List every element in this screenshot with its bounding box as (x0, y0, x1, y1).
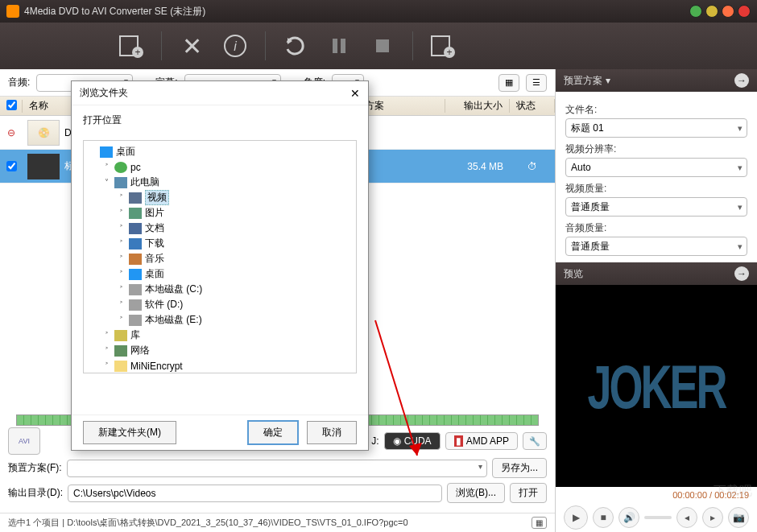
col-status[interactable]: 状态 (510, 99, 555, 113)
expand-icon[interactable]: ˃ (116, 193, 126, 202)
expand-icon[interactable]: ˃ (101, 163, 111, 171)
pause-button[interactable] (321, 28, 358, 64)
tree-node[interactable]: ˃软件 (D:) (87, 297, 353, 312)
settings-button[interactable]: 🔧 (523, 432, 547, 450)
tree-label: 下载 (145, 237, 164, 250)
dialog-close-button[interactable]: ✕ (350, 87, 360, 100)
video-icon (129, 192, 142, 204)
tree-node[interactable]: ˃网络 (87, 343, 353, 358)
select-all-checkbox[interactable] (6, 100, 17, 110)
info-button[interactable]: i (217, 28, 254, 64)
help-button[interactable] (689, 5, 702, 18)
mute-button[interactable]: 🔊 (618, 507, 639, 528)
folder-icon (114, 361, 127, 372)
profile-dropdown[interactable] (67, 460, 487, 477)
desktop-icon (129, 269, 142, 280)
remove-icon[interactable]: ⊖ (7, 127, 15, 138)
cancel-button[interactable]: 取消 (307, 421, 357, 444)
tree-node[interactable]: ˃文档 (87, 221, 353, 236)
col-size[interactable]: 输出大小 (445, 99, 510, 113)
svg-text:+: + (134, 47, 140, 58)
audio-label: 音频: (8, 76, 30, 89)
collapse-icon[interactable]: → (734, 73, 749, 88)
gpu-label: J: (371, 435, 378, 447)
expand-icon[interactable]: ˃ (116, 224, 126, 233)
tree-node[interactable]: ˃音乐 (87, 251, 353, 266)
preview-panel-header[interactable]: 预览 → (556, 262, 757, 285)
resolution-field[interactable]: Auto (565, 158, 747, 177)
expand-icon[interactable]: ˃ (116, 315, 126, 324)
next-frame-button[interactable]: ▸ (702, 507, 723, 528)
expand-icon[interactable]: ˃ (101, 361, 111, 370)
new-folder-button[interactable]: 新建文件夹(M) (83, 421, 176, 444)
format-icon[interactable]: AVI (8, 427, 40, 455)
folder-tree[interactable]: 桌面˃pc˅此电脑˃视频˃图片˃文档˃下载˃音乐˃桌面˃本地磁盘 (C:)˃软件… (83, 140, 357, 373)
preview-frame: JOKER (556, 285, 757, 487)
saveas-button[interactable]: 另存为... (492, 458, 547, 478)
close-button[interactable] (738, 5, 751, 18)
stop-button[interactable]: ■ (593, 507, 614, 528)
view-list-button[interactable]: ☰ (526, 74, 547, 92)
expand-icon[interactable]: ˃ (116, 239, 126, 248)
prev-frame-button[interactable]: ◂ (676, 507, 697, 528)
tree-node[interactable]: ˃本地磁盘 (C:) (87, 282, 353, 297)
delete-button[interactable]: ✕ (173, 28, 210, 64)
status-icon[interactable]: ▦ (532, 517, 547, 529)
video-thumbnail-icon (27, 154, 60, 179)
expand-icon[interactable]: ˃ (101, 346, 111, 355)
tree-label: 库 (130, 328, 140, 342)
add-profile-button[interactable]: + (424, 28, 461, 64)
main-toolbar: + ✕ i + (0, 23, 757, 69)
tree-node[interactable]: ˃下载 (87, 236, 353, 251)
add-file-button[interactable]: + (113, 28, 150, 64)
view-thumb-button[interactable]: ▦ (498, 74, 519, 92)
expand-icon[interactable]: ˃ (116, 208, 126, 217)
tree-node[interactable]: 桌面 (87, 144, 353, 159)
ok-button[interactable]: 确定 (247, 420, 299, 445)
open-button[interactable]: 打开 (510, 483, 547, 503)
expand-icon[interactable]: ˃ (116, 254, 126, 263)
convert-button[interactable] (277, 28, 314, 64)
tree-node[interactable]: ˃视频 (87, 190, 353, 205)
tree-label: 本地磁盘 (C:) (145, 282, 202, 296)
tree-node[interactable]: ˃桌面 (87, 266, 353, 282)
preset-panel-header[interactable]: 预置方案 ▾ → (556, 69, 757, 92)
play-button[interactable]: ▶ (564, 505, 588, 530)
cuda-button[interactable]: ◉CUDA (384, 432, 441, 450)
aquality-field[interactable]: 普通质量 (565, 237, 747, 256)
vquality-field[interactable]: 普通质量 (565, 197, 747, 217)
svg-rect-6 (341, 39, 345, 53)
tree-node[interactable]: ˃图片 (87, 205, 353, 221)
tree-label: 此电脑 (130, 175, 159, 189)
expand-icon[interactable]: ˃ (116, 270, 126, 278)
tree-node[interactable]: ˃MiNiEncrypt (87, 358, 353, 373)
expand-icon[interactable]: ˃ (116, 285, 126, 294)
stop-button[interactable] (364, 28, 401, 64)
minimize-button[interactable] (705, 5, 718, 18)
amd-button[interactable]: ▮AMD APP (445, 432, 518, 450)
preset-title: 预置方案 (564, 74, 602, 88)
svg-text:i: i (234, 39, 237, 53)
tree-node[interactable]: ˃pc (87, 159, 353, 175)
filename-field[interactable]: 标题 01 (565, 118, 747, 138)
browse-button[interactable]: 浏览(B)... (447, 483, 505, 503)
maximize-button[interactable] (722, 5, 734, 18)
volume-slider[interactable] (644, 516, 672, 519)
resolution-label: 视频分辨率: (565, 142, 747, 156)
tree-node[interactable]: ˅此电脑 (87, 175, 353, 190)
tree-label: 图片 (145, 206, 164, 220)
collapse-icon[interactable]: → (734, 266, 749, 281)
playback-controls: ▶ ■ 🔊 ◂ ▸ 📷 (556, 503, 757, 532)
tree-node[interactable]: ˃库 (87, 328, 353, 343)
output-path-input[interactable] (68, 485, 442, 502)
dl-icon (129, 238, 142, 250)
pc-icon (114, 177, 127, 188)
tree-label: 桌面 (145, 267, 164, 281)
expand-icon[interactable]: ˅ (101, 178, 111, 187)
tree-node[interactable]: ˃本地磁盘 (E:) (87, 312, 353, 328)
expand-icon[interactable]: ˃ (101, 331, 111, 340)
item-checkbox[interactable] (6, 161, 17, 171)
preset-properties: 文件名: 标题 01 视频分辨率: Auto 视频质量: 普通质量 音频质量: … (556, 92, 757, 262)
snapshot-button[interactable]: 📷 (728, 507, 749, 528)
expand-icon[interactable]: ˃ (116, 300, 126, 309)
